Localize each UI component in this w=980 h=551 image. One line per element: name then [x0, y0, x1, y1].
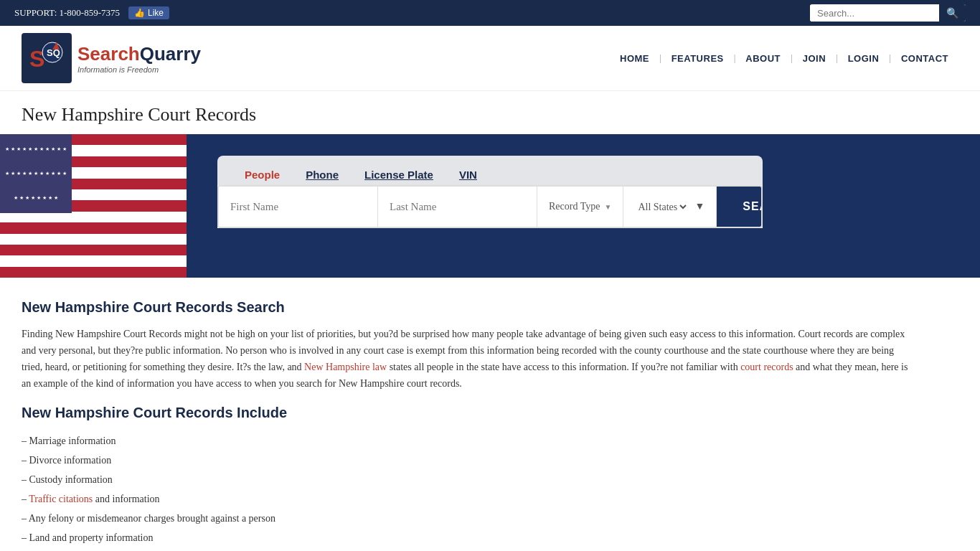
tab-license-plate[interactable]: License Plate — [352, 164, 446, 185]
nav-home[interactable]: HOME — [610, 50, 659, 67]
main-content: New Hampshire Court Records Search Findi… — [0, 278, 933, 551]
nav-features[interactable]: FEATURES — [661, 50, 734, 67]
tab-phone[interactable]: Phone — [293, 164, 352, 185]
section1-paragraph: Finding New Hampshire Court Records migh… — [22, 326, 911, 392]
logo-name: SearchQuarry — [77, 43, 201, 65]
header: S SQ SearchQuarry Information is Freedom… — [0, 26, 980, 91]
page-title-bar: New Hampshire Court Records — [0, 91, 980, 134]
logo: S SQ SearchQuarry Information is Freedom — [22, 33, 201, 83]
logo-icon: S SQ — [22, 33, 72, 83]
states-select[interactable]: All States — [635, 201, 689, 213]
nav-contact[interactable]: CONTACT — [891, 50, 958, 67]
search-row: Record Type ▼ All States ▼ SEARCH — [217, 185, 763, 228]
top-bar-left: SUPPORT: 1-800-859-7375 👍 Like — [14, 6, 169, 19]
main-nav: HOME | FEATURES | ABOUT | JOIN | LOGIN |… — [610, 50, 958, 67]
fb-thumb-icon: 👍 — [134, 8, 145, 18]
states-arrow-icon: ▼ — [694, 201, 705, 212]
top-bar-search: 🔍 — [810, 4, 966, 22]
hero-banner: ★★★★★★ ★★★★★★ ★★★★★★ ★★★★★★ ★★★★★★ Peopl… — [0, 134, 980, 278]
top-search-input[interactable] — [810, 5, 939, 22]
search-tabs-container: People Phone License Plate VIN — [217, 156, 763, 185]
traffic-citations-link[interactable]: Traffic citations — [29, 494, 93, 504]
fb-like-label: Like — [148, 8, 164, 18]
nav-login[interactable]: LOGIN — [838, 50, 890, 67]
list-item: – Divorce information — [22, 451, 911, 470]
nav-about[interactable]: ABOUT — [735, 50, 791, 67]
list-item: – Traffic citations and information — [22, 489, 911, 509]
first-name-input[interactable] — [219, 187, 378, 227]
top-search-button[interactable]: 🔍 — [939, 4, 966, 22]
record-type-arrow-icon: ▼ — [604, 203, 611, 211]
search-tabs: People Phone License Plate VIN — [217, 156, 763, 185]
flag-decoration: ★★★★★★ ★★★★★★ ★★★★★★ ★★★★★★ ★★★★★★ — [0, 134, 187, 278]
tab-vin[interactable]: VIN — [446, 164, 490, 185]
all-states-dropdown[interactable]: All States ▼ — [623, 187, 717, 227]
tab-people[interactable]: People — [232, 164, 293, 185]
stars-box: ★★★★★★ ★★★★★★ ★★★★★★ ★★★★★★ ★★★★★★ — [0, 134, 72, 213]
search-row-wrapper: Record Type ▼ All States ▼ SEARCH — [217, 185, 763, 228]
section1-title: New Hampshire Court Records Search — [22, 299, 911, 316]
list-item: – Custody information — [22, 470, 911, 489]
logo-name-part2: Quarry — [140, 43, 201, 65]
includes-list: – Marriage information– Divorce informat… — [22, 431, 911, 551]
record-type-label: Record Type — [549, 201, 600, 212]
facebook-like-button[interactable]: 👍 Like — [128, 6, 169, 19]
list-item: – Any felony or misdemeanor charges brou… — [22, 509, 911, 528]
nh-law-link[interactable]: New Hampshire law — [304, 362, 387, 372]
record-type-dropdown[interactable]: Record Type ▼ — [537, 187, 623, 227]
last-name-input[interactable] — [378, 187, 537, 227]
list-item: – Tax information — [22, 547, 911, 551]
logo-text: SearchQuarry Information is Freedom — [77, 43, 201, 74]
logo-name-part1: Search — [77, 43, 140, 65]
list-item: – Land and property information — [22, 528, 911, 547]
top-bar: SUPPORT: 1-800-859-7375 👍 Like 🔍 — [0, 0, 980, 26]
nav-join[interactable]: JOIN — [793, 50, 836, 67]
support-phone: 1-800-859-7375 — [60, 7, 121, 18]
search-bar-top: 🔍 — [810, 4, 966, 22]
support-label: SUPPORT: 1-800-859-7375 — [14, 7, 120, 19]
section2-title: New Hampshire Court Records Include — [22, 405, 911, 421]
court-records-link[interactable]: court records — [740, 362, 793, 372]
page-title: New Hampshire Court Records — [22, 104, 958, 126]
logo-tagline: Information is Freedom — [77, 65, 201, 74]
list-item: – Marriage information — [22, 431, 911, 451]
para2-text: states all people in the state have acce… — [390, 362, 738, 372]
search-button[interactable]: SEARCH — [717, 187, 763, 227]
